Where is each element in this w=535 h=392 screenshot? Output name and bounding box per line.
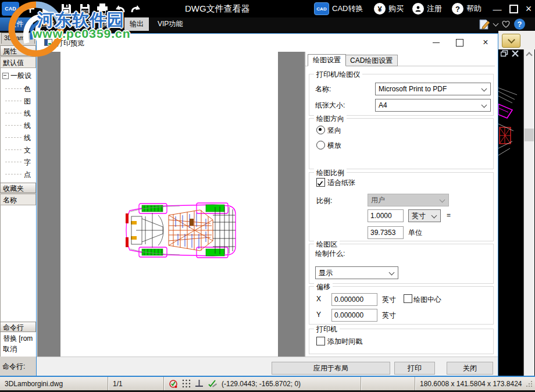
scale-value-input[interactable] <box>368 209 404 222</box>
ortho-toggle-icon[interactable] <box>195 379 204 388</box>
dialog-titlebar: 打印预览 × <box>37 34 498 51</box>
plot-center-label[interactable]: 绘图中心 <box>413 295 441 305</box>
annotate-button[interactable] <box>478 18 498 30</box>
tree-item-text[interactable]: 文 <box>1 144 37 156</box>
panel-collapse-button[interactable] <box>502 34 520 48</box>
ribbon-help-button[interactable]: ? <box>514 18 525 30</box>
offset-x-input[interactable] <box>331 293 377 306</box>
resize-grip[interactable] <box>526 380 533 387</box>
tree-item-point[interactable]: 点 <box>1 168 37 180</box>
right-canvas-strip <box>498 31 535 376</box>
landscape-label[interactable]: 横放 <box>327 141 341 151</box>
close-document-icon[interactable] <box>512 50 519 57</box>
heart-icon <box>501 20 511 28</box>
cad-convert-button[interactable]: CAD CAD转换 <box>314 2 363 15</box>
main-area: 3DLamb 属性 默认值 一般设 色 图 线 线 线 文 字 点 收藏夹 名称… <box>0 31 535 376</box>
grid-toggle-icon[interactable] <box>182 379 191 388</box>
tree-item-layer[interactable]: 图 <box>1 95 37 107</box>
chevron-up-icon <box>526 52 532 58</box>
dialog-minimize-button[interactable] <box>430 37 443 48</box>
save-as-pdf-button[interactable]: PDF <box>78 2 92 15</box>
scrollbar-thumb[interactable] <box>525 129 534 141</box>
landscape-radio[interactable] <box>316 141 325 149</box>
favorites-panel-header[interactable]: 收藏夹 <box>0 183 36 193</box>
chevron-down-icon <box>440 197 445 203</box>
paper-size-select[interactable]: A4 <box>375 99 491 112</box>
add-timestamp-checkbox[interactable] <box>316 337 325 345</box>
plot-center-checkbox[interactable] <box>404 294 412 303</box>
scale-unit-select[interactable]: 英寸 <box>408 209 441 222</box>
print-confirm-button[interactable]: 打印 <box>394 362 435 375</box>
register-button[interactable]: 注册 <box>412 2 442 15</box>
minimize-button[interactable]: — <box>490 1 505 16</box>
help-button[interactable]: ? 帮助 <box>452 2 482 15</box>
vertical-scrollbar[interactable] <box>523 49 534 376</box>
save-button[interactable] <box>59 2 73 15</box>
yuan-icon: ¥ <box>374 3 386 15</box>
tab-cad-plot-settings[interactable]: CAD绘图设置 <box>345 55 398 66</box>
car-drawing <box>124 201 238 259</box>
apply-to-layout-button[interactable]: 应用于布局 <box>272 362 390 375</box>
print-button[interactable] <box>95 2 109 15</box>
file-menu-button[interactable]: 文件 <box>0 17 33 31</box>
restore-window-icon[interactable] <box>501 50 508 57</box>
add-timestamp-label[interactable]: 添加时间戳 <box>327 337 362 347</box>
tree-item-line-3[interactable]: 线 <box>1 131 37 144</box>
tab-plot-settings[interactable]: 绘图设置 <box>308 54 346 66</box>
fit-paper-label[interactable]: 适合纸张 <box>327 178 355 188</box>
preview-paper <box>60 52 278 357</box>
portrait-label[interactable]: 竖向 <box>327 126 341 136</box>
tree-item-font[interactable]: 字 <box>1 156 37 168</box>
tree-item-line-2[interactable]: 线 <box>1 119 37 131</box>
tree-root-general[interactable]: 一般设 <box>2 71 31 81</box>
print-preview-dialog: 打印预览 × <box>36 33 498 376</box>
new-file-button[interactable] <box>23 2 37 15</box>
scale-mode-select: 用户 <box>368 194 449 206</box>
fit-paper-checkbox[interactable] <box>316 178 325 187</box>
offset-y-input[interactable] <box>331 309 377 322</box>
maximize-button[interactable] <box>506 1 521 16</box>
equals-sign: = <box>447 211 451 219</box>
plot-settings-panel: 绘图设置 CAD绘图设置 打印机/绘图仪 名称: Microsoft Print… <box>305 52 498 357</box>
new-file-icon <box>24 3 36 15</box>
properties-panel-header[interactable]: 属性 <box>0 45 36 56</box>
tab-output[interactable]: 输出 <box>124 17 149 31</box>
portrait-radio[interactable] <box>316 126 325 134</box>
what-to-plot-label: 绘制什么: <box>315 249 345 259</box>
redo-button[interactable] <box>129 2 143 15</box>
tab-advanced[interactable]: 高级 <box>98 17 122 31</box>
offset-x-label: X <box>316 295 321 303</box>
print-preview-icon <box>44 38 52 47</box>
buy-button[interactable]: ¥ 购买 <box>374 2 404 15</box>
printer-name-select[interactable]: Microsoft Print to PDF <box>375 83 491 95</box>
dialog-close-button[interactable]: × <box>479 37 492 48</box>
edit-mode-icon[interactable] <box>208 379 217 388</box>
minimize-icon <box>433 42 440 43</box>
scroll-up-button[interactable] <box>524 49 534 59</box>
svg-text:PDF: PDF <box>82 9 89 13</box>
undo-button[interactable] <box>113 2 127 15</box>
open-file-button[interactable] <box>41 2 55 15</box>
tree-item-color[interactable]: 色 <box>1 83 37 95</box>
tree-item-line-1[interactable]: 线 <box>1 107 37 119</box>
snap-toggle-icon[interactable] <box>169 379 178 389</box>
drawing-canvas <box>498 49 535 376</box>
favorites-list <box>0 205 36 322</box>
collapse-icon[interactable] <box>2 73 9 79</box>
printer-stamp-group: 打印机 添加时间戳 <box>309 329 494 354</box>
dialog-maximize-button[interactable] <box>453 37 466 48</box>
printer-name-label: 名称: <box>315 84 331 94</box>
chevron-down-icon <box>482 102 487 108</box>
units-value-input[interactable] <box>368 226 404 239</box>
tab-viewer[interactable]: 查看器 <box>36 17 67 31</box>
commandline-panel-header[interactable]: 命令行 <box>0 322 36 332</box>
tab-editor[interactable]: 编辑器 <box>66 17 98 31</box>
what-to-plot-select[interactable]: 显示 <box>315 266 398 279</box>
plot-scale-group: 绘图比例 适合纸张 比例: 用户 英寸 = 单位 <box>309 172 494 241</box>
offset-y-unit-label: 英寸 <box>382 311 396 320</box>
document-tab[interactable]: 3DLamb <box>1 33 35 44</box>
tab-vip[interactable]: VIP功能 <box>152 17 188 31</box>
favorite-button[interactable] <box>501 18 511 30</box>
close-button[interactable]: × <box>521 1 535 16</box>
close-dialog-button[interactable]: 关闭 <box>447 362 493 375</box>
